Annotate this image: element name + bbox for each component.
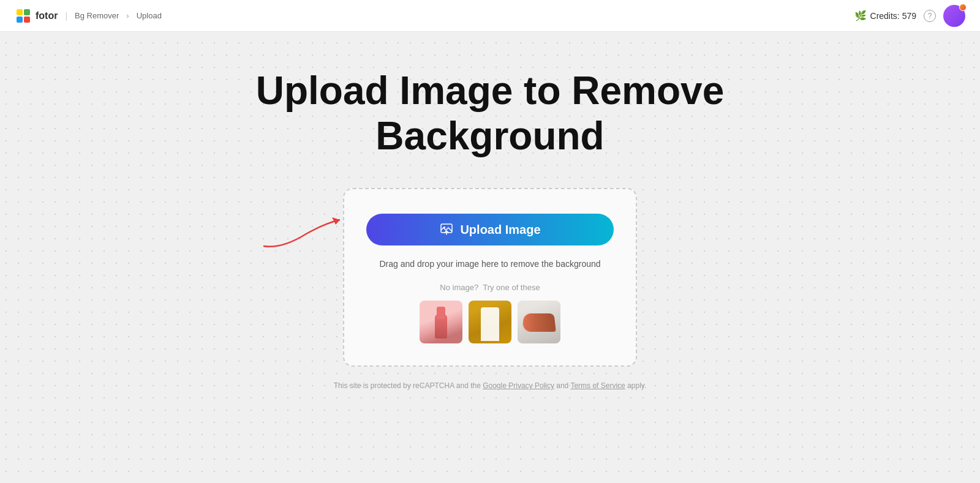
drag-drop-text: Drag and drop your image here to remove … (379, 258, 600, 271)
svg-rect-1 (17, 9, 23, 15)
terms-of-service-link[interactable]: Terms of Service (570, 381, 625, 390)
sample-image-person[interactable] (469, 301, 511, 343)
avatar-badge (959, 4, 967, 11)
sample-image-lipstick[interactable] (420, 301, 462, 343)
header-divider: | (65, 11, 67, 21)
help-icon[interactable]: ? (924, 10, 936, 22)
sample-images-container (420, 301, 560, 343)
svg-rect-4 (24, 17, 30, 23)
svg-rect-2 (24, 9, 30, 15)
no-image-prompt: No image? Try one of these (440, 283, 540, 292)
header-right: 🌿 Credits: 579 ? (854, 5, 965, 27)
page-title: Upload Image to Remove Background (214, 69, 766, 159)
upload-button-label: Upload Image (460, 223, 540, 237)
fotor-logo[interactable]: fotor (15, 7, 58, 24)
arrow-svg (257, 206, 349, 255)
privacy-policy-link[interactable]: Google Privacy Policy (483, 381, 554, 390)
fotor-logo-icon (15, 7, 32, 24)
upload-image-button[interactable]: Upload Image (366, 214, 614, 245)
fotor-logo-text: fotor (36, 10, 58, 21)
upload-section: Upload Image Drag and drop your image he… (343, 188, 637, 367)
leaf-icon: 🌿 (854, 10, 867, 21)
breadcrumb-current: Upload (137, 11, 162, 20)
credits-container: 🌿 Credits: 579 (854, 10, 916, 21)
main-content: Upload Image to Remove Background Upload… (0, 32, 980, 483)
header-left: fotor | Bg Remover › Upload (15, 7, 162, 24)
credits-text: Credits: 579 (870, 11, 916, 21)
svg-rect-3 (17, 17, 23, 23)
app-header: fotor | Bg Remover › Upload 🌿 Credits: 5… (0, 0, 980, 32)
upload-icon (439, 222, 454, 237)
upload-dropzone[interactable]: Upload Image Drag and drop your image he… (343, 188, 637, 367)
footer-recaptcha: This site is protected by reCAPTCHA and … (334, 381, 647, 390)
breadcrumb-separator: › (126, 11, 129, 20)
sample-image-shoe[interactable] (518, 301, 560, 343)
arrow-annotation (257, 206, 349, 243)
user-avatar[interactable] (943, 5, 965, 27)
breadcrumb-bg-remover: Bg Remover (75, 11, 119, 20)
